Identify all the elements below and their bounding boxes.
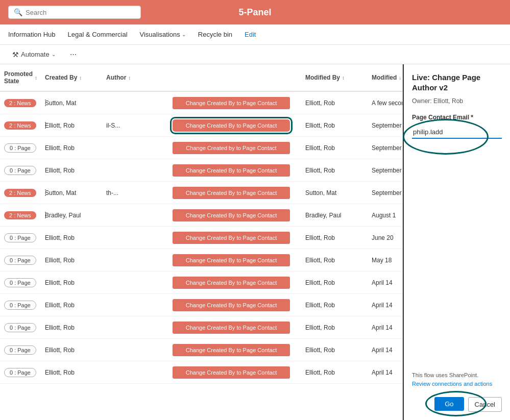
modified-by-cell: Elliott, Rob bbox=[301, 366, 368, 379]
table-area: Promoted State ↕ Created By ↕ Author ↕ M… bbox=[0, 64, 403, 420]
author-cell bbox=[102, 212, 168, 218]
sort-icon: ↕ bbox=[79, 75, 82, 81]
table-row: 0 : PageElliott, RobChange Created by to… bbox=[0, 137, 402, 159]
table-row: 0 : PageElliott, RobChange Created By to… bbox=[0, 361, 402, 384]
created-by-cell: Elliott, Rob bbox=[41, 299, 102, 312]
nav-visualisations[interactable]: Visualisations ⌄ bbox=[140, 31, 186, 38]
col-author[interactable]: Author ↕ bbox=[102, 68, 168, 87]
created-by-cell: Elliott, Rob bbox=[41, 321, 102, 334]
nav-legal-commercial[interactable]: Legal & Commercial bbox=[68, 31, 128, 38]
go-circle-container: Go bbox=[434, 397, 464, 412]
state-badge: 0 : Page bbox=[4, 301, 36, 310]
promoted-state-cell: 0 : Page bbox=[0, 253, 41, 268]
modified-cell: April 14 bbox=[368, 321, 402, 334]
toolbar: ⚒ Automate ⌄ ⋯ bbox=[0, 45, 510, 64]
change-created-by-button[interactable]: Change Created by to Page Contact bbox=[173, 142, 290, 154]
col-modified[interactable]: Modified ↓ bbox=[368, 68, 403, 87]
action-cell: Change Created By to Page Contact bbox=[168, 274, 301, 292]
modified-cell: September 14 bbox=[368, 164, 402, 177]
panel-field-label: Page Contact Email * bbox=[412, 114, 502, 121]
author-cell bbox=[102, 369, 168, 376]
state-badge: 0 : Page bbox=[4, 256, 36, 265]
author-cell bbox=[102, 280, 168, 286]
col-promoted-state[interactable]: Promoted State ↕ bbox=[0, 68, 41, 87]
action-cell: Change Created By to Page Contact bbox=[168, 116, 301, 135]
author-cell bbox=[102, 235, 168, 241]
col-modified-by[interactable]: Modified By ↕ bbox=[301, 68, 368, 87]
cancel-button[interactable]: Cancel bbox=[468, 397, 502, 412]
modified-cell: August 1 bbox=[368, 209, 402, 222]
nav-edit[interactable]: Edit bbox=[245, 31, 256, 38]
state-badge: 0 : Page bbox=[4, 166, 36, 175]
sort-icon: ↕ bbox=[342, 75, 345, 81]
modified-by-cell: Bradley, Paul bbox=[301, 209, 368, 222]
sort-icon: ↕ bbox=[35, 75, 37, 81]
search-input[interactable] bbox=[26, 9, 135, 16]
modified-by-cell: Elliott, Rob bbox=[301, 164, 368, 177]
author-cell: il-S... bbox=[102, 119, 168, 132]
panel-input-wrap bbox=[412, 126, 502, 139]
change-created-by-button[interactable]: Change Created By to Page Contact bbox=[173, 322, 290, 334]
created-by-cell: Elliott, Rob bbox=[41, 164, 102, 177]
table-row: 0 : PageElliott, RobChange Created By to… bbox=[0, 271, 402, 294]
change-created-by-button[interactable]: Change Created By to Page Contact bbox=[173, 277, 290, 289]
panel-owner: Owner: Elliott, Rob bbox=[412, 97, 502, 105]
promoted-state-cell: 2 : News⋮ bbox=[0, 206, 41, 224]
promoted-state-cell: 2 : News⋮ bbox=[0, 184, 41, 202]
change-created-by-button[interactable]: Change Created By to Page Contact bbox=[173, 209, 290, 221]
table-row: 0 : PageElliott, RobChange Created By to… bbox=[0, 316, 402, 339]
modified-by-cell: Elliott, Rob bbox=[301, 299, 368, 312]
change-created-by-button[interactable]: Change Created By to Page Contact bbox=[173, 366, 290, 379]
panel-title: Live: Change Page Author v2 bbox=[412, 72, 502, 92]
change-created-by-button[interactable]: Change Created By to Page Contact bbox=[173, 187, 290, 199]
promoted-state-cell: 2 : News⋮ bbox=[0, 94, 41, 112]
page-contact-email-input[interactable] bbox=[412, 126, 502, 139]
action-cell: Change Created By to Page Contact bbox=[168, 229, 301, 247]
author-cell bbox=[102, 257, 168, 263]
change-created-by-button[interactable]: Change Created By to Page Contact bbox=[173, 97, 290, 109]
nav-recycle-bin[interactable]: Recycle bin bbox=[198, 31, 232, 38]
main-area: Promoted State ↕ Created By ↕ Author ↕ M… bbox=[0, 64, 510, 420]
modified-by-cell: Elliott, Rob bbox=[301, 141, 368, 155]
col-action bbox=[168, 68, 301, 87]
author-cell bbox=[102, 302, 168, 308]
go-button[interactable]: Go bbox=[434, 397, 464, 411]
table-row: 2 : News⋮Sutton, Matth-...Change Created… bbox=[0, 182, 402, 204]
promoted-state-cell: 0 : Page bbox=[0, 298, 41, 313]
col-created-by[interactable]: Created By ↕ bbox=[41, 68, 102, 87]
automate-icon: ⚒ bbox=[12, 51, 19, 59]
state-badge: 0 : Page bbox=[4, 345, 36, 355]
change-created-by-button[interactable]: Change Created By to Page Contact bbox=[173, 164, 290, 177]
change-created-by-button[interactable]: Change Created By to Page Contact bbox=[173, 344, 290, 356]
author-cell bbox=[102, 347, 168, 353]
change-created-by-button[interactable]: Change Created By to Page Contact bbox=[173, 119, 290, 132]
change-created-by-button[interactable]: Change Created By to Page Contact bbox=[173, 254, 290, 266]
action-cell: Change Created By to Page Contact bbox=[168, 94, 301, 112]
table-row: 0 : PageElliott, RobChange Created By to… bbox=[0, 339, 402, 361]
created-by-cell: Elliott, Rob bbox=[41, 276, 102, 289]
state-badge: 0 : Page bbox=[4, 143, 36, 153]
modified-cell: June 20 bbox=[368, 231, 402, 244]
action-cell: Change Created By to Page Contact bbox=[168, 296, 301, 314]
change-created-by-button[interactable]: Change Created By to Page Contact bbox=[173, 232, 290, 244]
table-body: 2 : News⋮Sutton, MatChange Created By to… bbox=[0, 92, 402, 420]
created-by-cell: Elliott, Rob bbox=[41, 343, 102, 357]
modified-by-cell: Elliott, Rob bbox=[301, 96, 368, 110]
search-box[interactable]: 🔍 bbox=[8, 6, 141, 19]
state-badge: 0 : Page bbox=[4, 368, 36, 377]
promoted-state-cell: 0 : Page bbox=[0, 163, 41, 178]
created-by-cell: Sutton, Mat bbox=[41, 96, 102, 110]
more-options-button[interactable]: ⋯ bbox=[66, 48, 81, 60]
modified-by-cell: Elliott, Rob bbox=[301, 343, 368, 357]
modified-cell: April 14 bbox=[368, 299, 402, 312]
nav-information-hub[interactable]: Information Hub bbox=[8, 31, 56, 38]
state-badge: 2 : News bbox=[4, 121, 36, 130]
automate-button[interactable]: ⚒ Automate ⌄ bbox=[8, 48, 60, 61]
review-connections-link[interactable]: Review connections and actions bbox=[412, 381, 492, 387]
table-header: Promoted State ↕ Created By ↕ Author ↕ M… bbox=[0, 64, 402, 92]
change-created-by-button[interactable]: Change Created By to Page Contact bbox=[173, 299, 290, 311]
created-by-cell: Bradley, Paul bbox=[41, 209, 102, 222]
modified-by-cell: Elliott, Rob bbox=[301, 231, 368, 244]
table-row: 0 : PageElliott, RobChange Created By to… bbox=[0, 159, 402, 182]
author-cell bbox=[102, 167, 168, 174]
